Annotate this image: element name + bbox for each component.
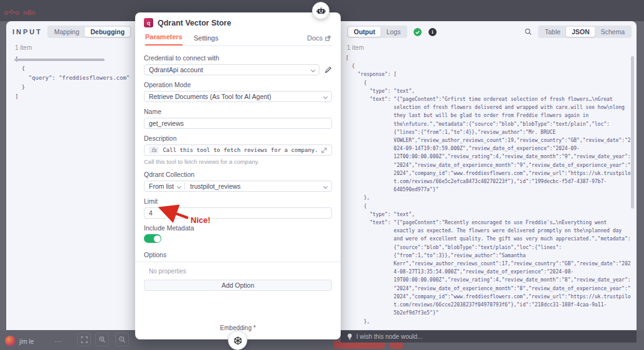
external-link-icon [325,35,331,41]
user-menu-dots[interactable]: ... [55,336,62,343]
zoom-out-icon [118,336,126,343]
output-panel: Output Logs i Table JSON Schema 1 item [… [341,21,637,330]
name-label: Name [144,108,332,115]
collection-mode-value: From list [149,182,174,190]
name-value: get_reviews [149,120,327,127]
tab-schema-output[interactable]: Schema [595,27,630,37]
description-label: Description [144,135,332,142]
edit-credential-pencil-icon[interactable] [324,66,332,73]
docs-link[interactable]: Docs [307,34,331,45]
tab-table[interactable]: Table [539,27,566,37]
feedback-text: I wish this node would... [356,333,422,340]
collection-select[interactable]: From list trustpilot_reviews [144,181,332,192]
options-section-label: Options [144,251,332,258]
operation-mode-value: Retrieve Documents (As Tool for AI Agent… [149,93,320,100]
operation-mode-select[interactable]: Retrieve Documents (As Tool for AI Agent… [144,91,332,102]
n8n-logo-text: n8n [23,9,36,16]
name-input[interactable]: get_reviews [144,118,332,129]
output-scrollbar[interactable] [631,56,634,209]
input-mode-tabs: Mapping Debugging [47,26,131,38]
chevron-down-icon [177,184,181,188]
credential-select[interactable]: QdrantApi account [144,64,320,75]
input-panel: INPUT Mapping Debugging Schema 1 item [ … [6,21,135,330]
description-hint: Call this tool to fetch reviews for a co… [144,158,332,165]
chevron-down-icon [323,184,328,188]
node-details-modal: q Qdrant Vector Store Parameters Setting… [135,12,341,339]
limit-input[interactable]: 4 [144,207,332,219]
limit-label: Limit [144,197,332,205]
tab-output[interactable]: Output [348,27,381,37]
operation-mode-label: Operation Mode [144,81,332,88]
fit-view-button[interactable] [77,333,91,346]
docs-label: Docs [307,34,323,42]
add-option-button[interactable]: Add Option [144,280,332,291]
modal-title: Qdrant Vector Store [158,19,231,27]
expression-fx-icon[interactable]: fx [149,146,159,154]
tab-settings[interactable]: Settings [194,34,219,45]
credential-value: QdrantApi account [149,66,308,73]
user-avatar[interactable] [5,336,16,346]
description-input[interactable]: fx Call this tool to fetch reviews for a… [144,144,332,156]
zoom-out-button[interactable] [115,333,129,346]
input-panel-title: INPUT [12,28,42,35]
include-metadata-label: Include Metadata [144,224,332,232]
credential-label: Credential to connect with [144,54,332,62]
output-mode-tabs: Output Logs [347,26,407,38]
add-option-label: Add Option [222,281,255,289]
zoom-in-button[interactable] [95,333,109,346]
collection-value: trustpilot_reviews [190,182,320,190]
fit-view-icon [81,336,88,343]
qdrant-icon-letter: q [147,20,151,26]
input-header-scrollbar[interactable] [14,59,105,61]
search-icon [524,28,532,35]
qdrant-node-icon: q [144,18,153,27]
ai-agent-connector[interactable] [312,2,329,19]
info-icon[interactable]: i [427,27,437,37]
output-json-viewer[interactable]: [ { "response": [ { "type": "text", "tex… [341,52,637,325]
embedding-connector[interactable] [228,331,247,350]
n8n-logo: n8n [4,9,36,16]
expand-field-icon[interactable] [321,148,327,153]
user-name: jim le [19,338,34,345]
options-empty-text: No properties [149,268,332,275]
toggle-knob [154,235,161,242]
output-search-button[interactable] [523,27,533,37]
chevron-down-icon [323,94,328,98]
n8n-logo-icon [4,9,21,16]
tab-json[interactable]: JSON [566,27,595,37]
description-value: Call this tool to fetch reviews for a co… [163,147,321,153]
output-items-count: 1 item [341,40,637,52]
tab-parameters[interactable]: Parameters [145,33,182,45]
success-status-icon [412,27,422,37]
chevron-down-icon [311,67,315,72]
include-metadata-toggle[interactable] [144,234,161,243]
zoom-in-icon [98,336,106,343]
lightbulb-icon [347,333,353,341]
tab-mapping[interactable]: Mapping [49,27,85,37]
tab-debugging[interactable]: Debugging [85,27,130,37]
output-view-tabs: Table JSON Schema [538,26,632,38]
robot-icon [316,6,326,16]
input-items-count: 1 item [6,40,135,52]
collection-mode-select[interactable]: From list [149,182,185,190]
openai-icon [233,336,243,346]
options-divider [135,262,341,262]
limit-value: 4 [149,209,327,217]
feedback-bar[interactable]: I wish this node would... [341,331,637,343]
tab-logs[interactable]: Logs [381,27,406,37]
collection-label: Qdrant Collection [144,171,332,178]
